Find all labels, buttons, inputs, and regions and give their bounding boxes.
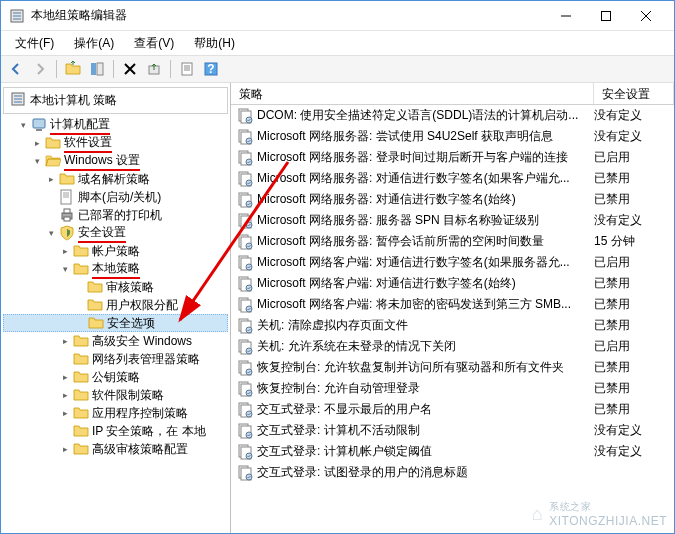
tree-node-5[interactable]: 已部署的打印机 [3,206,228,224]
tree-node-12[interactable]: ▸高级安全 Windows [3,332,228,350]
close-button[interactable] [626,2,666,30]
list-item[interactable]: Microsoft 网络客户端: 将未加密的密码发送到第三方 SMB...已禁用 [231,294,674,315]
policy-icon [237,318,253,334]
maximize-button[interactable] [586,2,626,30]
tree-node-1[interactable]: ▸软件设置 [3,134,228,152]
list-item[interactable]: Microsoft 网络服务器: 尝试使用 S4U2Self 获取声明信息没有定… [231,126,674,147]
list-item[interactable]: DCOM: 使用安全描述符定义语言(SDDL)语法的计算机启动...没有定义 [231,105,674,126]
tree-node-0[interactable]: ▾计算机配置 [3,116,228,134]
list-item[interactable]: 关机: 允许系统在未登录的情况下关闭已启用 [231,336,674,357]
expander-icon [74,317,86,329]
list-item[interactable]: 恢复控制台: 允许软盘复制并访问所有驱动器和所有文件夹已禁用 [231,357,674,378]
policy-icon [237,108,253,124]
list-item[interactable]: Microsoft 网络服务器: 对通信进行数字签名(如果客户端允...已禁用 [231,168,674,189]
policy-name: Microsoft 网络服务器: 登录时间过期后断开与客户端的连接 [257,149,594,166]
tree-node-7[interactable]: ▸帐户策略 [3,242,228,260]
tree-root[interactable]: 本地计算机 策略 [3,87,228,114]
minimize-button[interactable] [546,2,586,30]
policy-name: Microsoft 网络服务器: 对通信进行数字签名(始终) [257,191,594,208]
tree-node-6[interactable]: ▾安全设置 [3,224,228,242]
list-item[interactable]: Microsoft 网络客户端: 对通信进行数字签名(如果服务器允...已启用 [231,252,674,273]
titlebar: 本地组策略编辑器 [1,1,674,31]
expander-icon[interactable]: ▸ [59,335,71,347]
list-pane: 策略 安全设置 DCOM: 使用安全描述符定义语言(SDDL)语法的计算机启动.… [231,83,674,533]
expander-icon [59,353,71,365]
expander-icon[interactable]: ▸ [31,137,43,149]
list-body[interactable]: DCOM: 使用安全描述符定义语言(SDDL)语法的计算机启动...没有定义Mi… [231,105,674,533]
properties-button[interactable] [176,58,198,80]
folder-icon [59,171,75,187]
expander-icon[interactable]: ▸ [59,371,71,383]
list-item[interactable]: 交互式登录: 试图登录的用户的消息标题 [231,462,674,483]
expander-icon[interactable]: ▾ [17,119,29,131]
tree-node-15[interactable]: ▸软件限制策略 [3,386,228,404]
list-item[interactable]: 交互式登录: 不显示最后的用户名已禁用 [231,399,674,420]
list-item[interactable]: 交互式登录: 计算机帐户锁定阈值没有定义 [231,441,674,462]
tree-node-17[interactable]: IP 安全策略，在 本地 [3,422,228,440]
tree-node-16[interactable]: ▸应用程序控制策略 [3,404,228,422]
policy-value: 没有定义 [594,212,674,229]
list-item[interactable]: 恢复控制台: 允许自动管理登录已禁用 [231,378,674,399]
list-item[interactable]: Microsoft 网络服务器: 服务器 SPN 目标名称验证级别没有定义 [231,210,674,231]
policy-value: 没有定义 [594,128,674,145]
expander-icon[interactable]: ▸ [59,443,71,455]
policy-icon [237,213,253,229]
expander-icon[interactable]: ▸ [59,245,71,257]
column-policy[interactable]: 策略 [231,83,594,104]
tree-node-label: 网络列表管理器策略 [92,351,200,368]
tree-node-2[interactable]: ▾Windows 设置 [3,152,228,170]
policy-name: 交互式登录: 计算机帐户锁定阈值 [257,443,594,460]
menu-help[interactable]: 帮助(H) [186,33,243,54]
tree-node-label: 计算机配置 [50,116,110,135]
folder-icon [73,243,89,259]
column-setting[interactable]: 安全设置 [594,83,674,104]
up-button[interactable] [62,58,84,80]
tree-node-10[interactable]: 用户权限分配 [3,296,228,314]
tree-node-14[interactable]: ▸公钥策略 [3,368,228,386]
list-item[interactable]: 交互式登录: 计算机不活动限制没有定义 [231,420,674,441]
menubar: 文件(F) 操作(A) 查看(V) 帮助(H) [1,31,674,55]
tree-node-4[interactable]: 脚本(启动/关机) [3,188,228,206]
expander-icon[interactable]: ▸ [45,173,57,185]
list-item[interactable]: Microsoft 网络服务器: 对通信进行数字签名(始终)已禁用 [231,189,674,210]
back-button[interactable] [5,58,27,80]
gpedit-icon [10,91,26,110]
folder-icon [73,405,89,421]
policy-name: Microsoft 网络服务器: 对通信进行数字签名(如果客户端允... [257,170,594,187]
tree-node-13[interactable]: 网络列表管理器策略 [3,350,228,368]
delete-button[interactable] [119,58,141,80]
folder-icon [73,423,89,439]
help-button[interactable]: ? [200,58,222,80]
forward-button[interactable] [29,58,51,80]
list-item[interactable]: Microsoft 网络服务器: 登录时间过期后断开与客户端的连接已启用 [231,147,674,168]
policy-icon [237,381,253,397]
menu-file[interactable]: 文件(F) [7,33,62,54]
list-item[interactable]: Microsoft 网络客户端: 对通信进行数字签名(始终)已禁用 [231,273,674,294]
tree-node-label: 域名解析策略 [78,171,150,188]
folder-open-icon [45,153,61,169]
tree-pane[interactable]: 本地计算机 策略 ▾计算机配置▸软件设置▾Windows 设置▸域名解析策略脚本… [1,83,231,533]
list-item[interactable]: 关机: 清除虚拟内存页面文件已禁用 [231,315,674,336]
policy-value: 已禁用 [594,275,674,292]
policy-name: Microsoft 网络服务器: 暂停会话前所需的空闲时间数量 [257,233,594,250]
expander-icon[interactable]: ▸ [59,389,71,401]
show-hide-tree-button[interactable] [86,58,108,80]
list-item[interactable]: Microsoft 网络服务器: 暂停会话前所需的空闲时间数量15 分钟 [231,231,674,252]
tree-node-18[interactable]: ▸高级审核策略配置 [3,440,228,458]
tree-node-9[interactable]: 审核策略 [3,278,228,296]
menu-view[interactable]: 查看(V) [126,33,182,54]
expander-icon[interactable]: ▸ [59,407,71,419]
export-button[interactable] [143,58,165,80]
expander-icon[interactable]: ▾ [59,263,71,275]
tree-node-3[interactable]: ▸域名解析策略 [3,170,228,188]
policy-name: Microsoft 网络服务器: 尝试使用 S4U2Self 获取声明信息 [257,128,594,145]
menu-action[interactable]: 操作(A) [66,33,122,54]
tree-node-11[interactable]: 安全选项 [3,314,228,332]
policy-name: Microsoft 网络客户端: 将未加密的密码发送到第三方 SMB... [257,296,594,313]
expander-icon [59,425,71,437]
expander-icon[interactable]: ▾ [45,227,57,239]
tree-node-label: 脚本(启动/关机) [78,189,161,206]
expander-icon[interactable]: ▾ [31,155,43,167]
tree-node-8[interactable]: ▾本地策略 [3,260,228,278]
tree-node-label: 高级安全 Windows [92,333,192,350]
